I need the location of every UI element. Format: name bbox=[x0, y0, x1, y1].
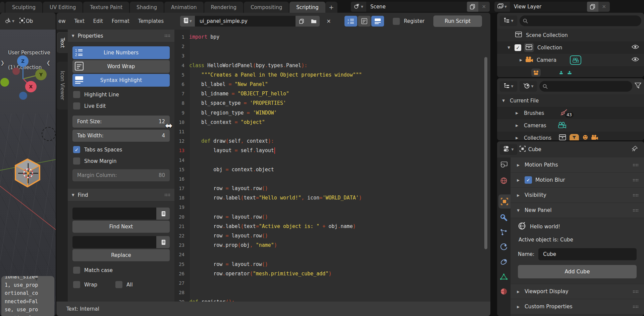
replace-input[interactable] bbox=[72, 236, 156, 248]
code-line[interactable]: 21 row.label(text="Active object is: " +… bbox=[174, 222, 490, 231]
code-line[interactable]: 25 row = layout.row() bbox=[174, 260, 490, 269]
collections-row[interactable]: ▶ Collections bbox=[497, 132, 644, 140]
delete-scene-button[interactable]: ✕ bbox=[478, 2, 490, 12]
panel-grip-icon[interactable] bbox=[633, 194, 639, 197]
code-line[interactable]: 4class HelloWorldPanel(bpy.types.Panel): bbox=[174, 61, 490, 70]
workspace-tab-scripting[interactable]: Scripting bbox=[289, 2, 325, 13]
syntax-highlight-toggle[interactable] bbox=[371, 16, 384, 27]
tab-material[interactable] bbox=[497, 284, 511, 299]
code-line[interactable]: 28 bbox=[174, 288, 490, 297]
scene-browse-button[interactable]: ▼ bbox=[351, 2, 366, 12]
breadcrumb[interactable]: Cube bbox=[520, 146, 541, 153]
code-scrollbar[interactable] bbox=[484, 57, 487, 249]
menu-view-partial[interactable]: ew bbox=[56, 18, 70, 24]
code-line[interactable]: 11 bbox=[174, 127, 490, 136]
filter-icon[interactable] bbox=[635, 83, 641, 90]
panel-grip-icon[interactable] bbox=[164, 193, 170, 196]
word-wrap-toggle[interactable] bbox=[358, 16, 371, 27]
wrap-checkbox[interactable] bbox=[73, 281, 80, 288]
brushes-row[interactable]: ▶ Brushes 43 bbox=[497, 107, 644, 119]
workspace-tab-shading[interactable]: Shading bbox=[130, 2, 164, 13]
new-panel-header[interactable]: ▼ New Panel bbox=[511, 203, 644, 218]
code-line[interactable]: 1import bpy bbox=[174, 32, 490, 42]
code-line[interactable]: 3 bbox=[174, 51, 490, 60]
copy-view-layer-button[interactable] bbox=[587, 2, 598, 12]
expand-triangle-icon[interactable]: ▶ bbox=[518, 58, 524, 62]
gizmo-z-ball[interactable]: Z bbox=[17, 55, 29, 67]
code-line[interactable]: 29def register(): bbox=[174, 297, 490, 302]
syntax-highlight-button[interactable]: Syntax Highlight bbox=[72, 74, 170, 87]
operator-redo-panel[interactable]: ional_size=1, use_proportional_connected… bbox=[1, 276, 54, 316]
code-line[interactable]: 6 bl_label = "New Panel" bbox=[174, 80, 490, 89]
add-workspace-button[interactable]: + bbox=[325, 2, 337, 13]
view-layer-browse-button[interactable]: ▼ bbox=[494, 2, 510, 12]
motion-blur-checkbox[interactable]: ✓ bbox=[525, 176, 532, 184]
expand-triangle-icon[interactable]: ▶ bbox=[514, 136, 520, 140]
code-line[interactable]: 18 row.label(text="Hello world!", icon='… bbox=[174, 193, 490, 202]
tab-modifiers[interactable] bbox=[497, 211, 511, 225]
custom-properties-panel[interactable]: ▶ Custom Properties bbox=[511, 299, 644, 314]
region-expand-arrow-right[interactable]: ❮ bbox=[46, 60, 51, 66]
current-file-row[interactable]: ▼ Current File bbox=[497, 94, 644, 107]
code-line[interactable]: 27 bbox=[174, 278, 490, 288]
workspace-tab-animation[interactable]: Animation bbox=[164, 2, 203, 13]
expand-triangle-icon[interactable]: ▶ bbox=[514, 124, 520, 127]
collapse-triangle-icon[interactable]: ▼ bbox=[506, 46, 512, 49]
line-numbers-button[interactable]: 12 Line Numbers bbox=[72, 46, 170, 59]
panel-grip-icon[interactable] bbox=[633, 209, 639, 212]
code-line[interactable]: 7 bl_idname = "OBJECT_PT_hello" bbox=[174, 89, 490, 98]
find-from-clipboard-button[interactable] bbox=[156, 208, 170, 220]
code-line[interactable]: 20 row = layout.row() bbox=[174, 212, 490, 222]
open-text-button[interactable] bbox=[308, 16, 320, 27]
code-line[interactable]: 12 def draw(self, context): bbox=[174, 136, 490, 146]
workspace-tab-uv-editing[interactable]: UV Editing bbox=[43, 2, 83, 13]
menu-edit[interactable]: Edit bbox=[89, 18, 107, 24]
menu-templates[interactable]: Templates bbox=[134, 18, 168, 24]
register-checkbox[interactable] bbox=[393, 18, 400, 25]
code-line[interactable]: 22 row = layout.row() bbox=[174, 231, 490, 240]
find-next-button[interactable]: Find Next bbox=[72, 221, 170, 233]
tab-icon-viewer[interactable]: Icon Viewer bbox=[57, 62, 68, 109]
replace-button[interactable]: Replace bbox=[72, 249, 170, 261]
find-panel-header[interactable]: ▼ Find bbox=[68, 189, 174, 201]
panel-grip-icon[interactable] bbox=[633, 290, 639, 293]
viewport-canvas[interactable]: User Perspective (1) Collection Z Y X ❯ … bbox=[0, 30, 56, 316]
code-line[interactable]: 10 bl_context = "object" bbox=[174, 118, 490, 127]
pin-icon[interactable] bbox=[631, 145, 638, 153]
all-checkbox[interactable] bbox=[115, 281, 122, 288]
cameras-row[interactable]: ▶ Cameras bbox=[497, 119, 644, 132]
blend-file-id-filter-button[interactable]: ▼ bbox=[520, 81, 537, 92]
tab-world[interactable] bbox=[497, 174, 511, 188]
viewport-display-panel[interactable]: ▶ Viewport Display bbox=[511, 284, 644, 299]
gizmo-y-ball[interactable]: Y bbox=[35, 69, 47, 80]
object-name-input[interactable]: Cube bbox=[538, 248, 637, 260]
add-cube-button[interactable]: Add Cube bbox=[518, 265, 637, 278]
outliner-display-mode-button[interactable]: ▼ bbox=[500, 81, 517, 92]
menu-text[interactable]: Text bbox=[70, 18, 89, 24]
live-edit-checkbox[interactable] bbox=[73, 102, 80, 109]
properties-panel-header[interactable]: ▼ Properties bbox=[68, 30, 174, 42]
workspace-tab-rendering[interactable]: Rendering bbox=[204, 2, 244, 13]
collapse-triangle-icon[interactable]: ▼ bbox=[500, 99, 506, 102]
collapse-chevron-icon[interactable]: ▼ bbox=[35, 277, 38, 281]
code-line[interactable]: 19 bbox=[174, 202, 490, 212]
code-line[interactable]: 9 bl_region_type = 'WINDOW' bbox=[174, 108, 490, 118]
show-margin-checkbox[interactable] bbox=[73, 157, 80, 165]
code-line[interactable]: 24 bbox=[174, 250, 490, 259]
font-size-slider[interactable]: Font Size: 12 bbox=[72, 116, 170, 128]
eye-icon[interactable] bbox=[631, 57, 639, 63]
text-browse-button[interactable]: ▼ bbox=[180, 16, 195, 27]
scene-name-field[interactable]: Scene bbox=[366, 2, 467, 12]
code-editor[interactable]: 1import bpy234class HelloWorldPanel(bpy.… bbox=[174, 30, 490, 302]
find-input[interactable] bbox=[72, 208, 156, 220]
code-line[interactable]: 2 bbox=[174, 42, 490, 51]
camera-data-icon[interactable] bbox=[570, 55, 581, 65]
blend-file-search-field[interactable] bbox=[539, 81, 632, 92]
tab-physics[interactable] bbox=[497, 240, 511, 254]
highlight-line-checkbox[interactable] bbox=[73, 91, 80, 98]
collection-row[interactable]: ▼ ✓ Collection bbox=[497, 41, 644, 54]
scene-collection-row[interactable]: Scene Collection bbox=[497, 29, 644, 41]
expand-triangle-icon[interactable]: ▶ bbox=[514, 111, 520, 115]
replace-from-clipboard-button[interactable] bbox=[156, 236, 170, 248]
workspace-tab-sculpting[interactable]: Sculpting bbox=[5, 2, 42, 13]
